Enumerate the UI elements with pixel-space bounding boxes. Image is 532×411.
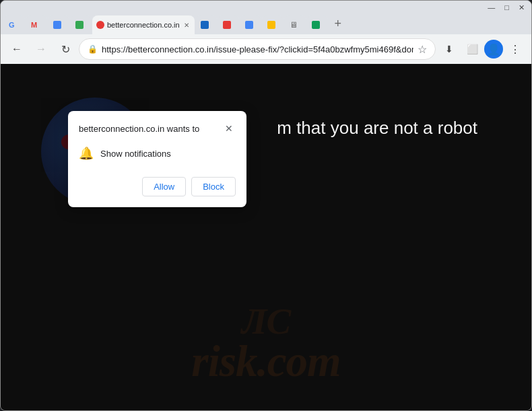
menu-button[interactable]: ⋮ bbox=[504, 38, 526, 60]
url-input[interactable] bbox=[102, 44, 413, 54]
popup-buttons: Allow Block bbox=[68, 172, 246, 207]
nav-right-buttons: ⬇ ⬜ 👤 ⋮ bbox=[438, 38, 526, 60]
notification-text: Show notifications bbox=[100, 149, 171, 159]
tab-close-active[interactable]: ✕ bbox=[182, 20, 191, 30]
minimize-button[interactable]: — bbox=[485, 3, 498, 11]
tab-8[interactable] bbox=[240, 15, 261, 34]
forward-button[interactable]: → bbox=[30, 38, 52, 60]
tab-4[interactable] bbox=[70, 15, 92, 34]
tab-3[interactable] bbox=[48, 15, 69, 34]
tab-1[interactable]: G bbox=[3, 15, 25, 34]
tab-7[interactable] bbox=[218, 15, 239, 34]
back-button[interactable]: ← bbox=[6, 38, 28, 60]
popup-header: betterconnection.co.in wants to ✕ bbox=[68, 111, 246, 141]
reload-button[interactable]: ↻ bbox=[55, 38, 76, 60]
tab-10[interactable]: 🖥 bbox=[284, 15, 306, 34]
popup-title: betterconnection.co.in wants to bbox=[79, 124, 199, 134]
page-main-text: m that you are not a robot bbox=[277, 118, 477, 139]
bookmark-icon[interactable]: ☆ bbox=[418, 43, 427, 56]
popup-notification-row: 🔔 Show notifications bbox=[68, 141, 246, 172]
close-button[interactable]: ✕ bbox=[516, 3, 527, 12]
popup-close-button[interactable]: ✕ bbox=[222, 122, 236, 135]
tab-11[interactable] bbox=[306, 15, 328, 34]
browser-window: — □ ✕ G M betterconnection.co.in ✕ bbox=[0, 0, 532, 411]
extensions-button[interactable]: ⬜ bbox=[461, 38, 483, 60]
tab-active[interactable]: betterconnection.co.in ✕ bbox=[92, 15, 195, 34]
page-content: ЛС risk.com m that you are not a robot b… bbox=[1, 64, 531, 410]
address-bar[interactable]: 🔒 ☆ bbox=[79, 38, 436, 60]
page-background: ЛС risk.com m that you are not a robot b… bbox=[1, 64, 531, 410]
notification-popup: betterconnection.co.in wants to ✕ 🔔 Show… bbox=[68, 111, 246, 207]
allow-button[interactable]: Allow bbox=[142, 177, 186, 196]
new-tab-button[interactable]: + bbox=[329, 14, 347, 33]
block-button[interactable]: Block bbox=[191, 177, 236, 196]
navigation-bar: ← → ↻ 🔒 ☆ ⬇ ⬜ 👤 ⋮ bbox=[1, 34, 531, 64]
downloads-button[interactable]: ⬇ bbox=[438, 38, 460, 60]
watermark-text: ЛС risk.com bbox=[191, 303, 340, 383]
tab-6[interactable] bbox=[195, 15, 217, 34]
bell-icon: 🔔 bbox=[79, 146, 94, 161]
tab-2[interactable]: M bbox=[26, 15, 47, 34]
lock-icon: 🔒 bbox=[88, 44, 98, 54]
profile-avatar[interactable]: 👤 bbox=[484, 40, 503, 59]
tab-9[interactable] bbox=[262, 15, 284, 34]
maximize-button[interactable]: □ bbox=[502, 3, 512, 11]
